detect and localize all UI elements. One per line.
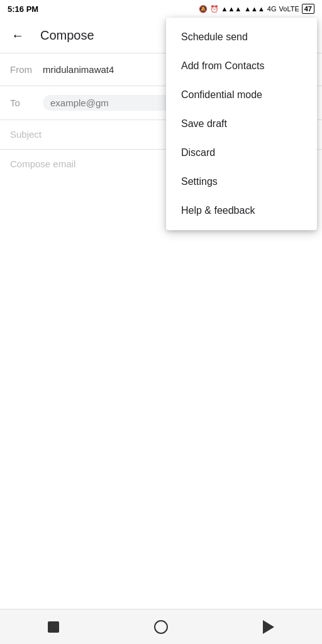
battery-indicator: 47	[302, 4, 314, 14]
menu-item-settings[interactable]: Settings	[166, 167, 317, 196]
alarm-icon: ⏰	[210, 5, 219, 13]
status-bar: 5:16 PM 🔕 ⏰ ▲▲▲ ▲▲▲ 4G VoLTE 47	[0, 0, 322, 18]
menu-item-confidential[interactable]: Confidential mode	[166, 80, 317, 109]
back-nav-button[interactable]	[256, 614, 281, 640]
menu-item-schedule-send[interactable]: Schedule send	[166, 23, 317, 52]
recent-apps-button[interactable]	[41, 614, 66, 640]
from-label: From	[10, 64, 43, 75]
compose-placeholder: Compose email	[10, 158, 75, 169]
to-label: To	[10, 97, 43, 108]
subject-placeholder: Subject	[10, 129, 42, 140]
back-arrow-icon: ←	[11, 28, 24, 43]
home-icon	[154, 620, 168, 634]
network-label: 4G	[267, 5, 277, 13]
menu-item-help-feedback[interactable]: Help & feedback	[166, 196, 317, 225]
recent-apps-icon	[48, 621, 59, 633]
status-icons: 🔕 ⏰ ▲▲▲ ▲▲▲ 4G VoLTE 47	[199, 4, 315, 14]
back-button[interactable]: ←	[5, 23, 30, 48]
menu-item-save-draft[interactable]: Save draft	[166, 109, 317, 138]
volte-label: VoLTE	[279, 5, 299, 13]
status-time: 5:16 PM	[8, 4, 38, 14]
bottom-nav	[0, 609, 322, 644]
signal2-icon: ▲▲▲	[244, 5, 265, 13]
signal-icon: ▲▲▲	[221, 5, 242, 13]
dropdown-menu: Schedule send Add from Contacts Confiden…	[166, 18, 317, 230]
home-button[interactable]	[148, 614, 174, 640]
mute-icon: 🔕	[199, 5, 208, 13]
menu-item-add-contacts[interactable]: Add from Contacts	[166, 52, 317, 80]
menu-item-discard[interactable]: Discard	[166, 138, 317, 167]
back-nav-icon	[263, 620, 274, 634]
page-title: Compose	[40, 28, 94, 43]
